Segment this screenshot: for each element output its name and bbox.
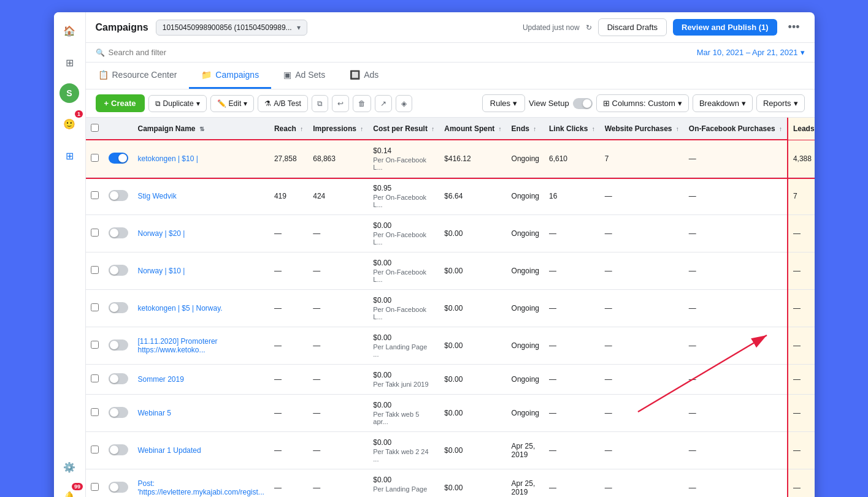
header-amount-spent: Amount Spent ↑ <box>439 118 506 140</box>
view-setup: View Setup <box>529 98 593 109</box>
campaign-toggle[interactable] <box>109 265 128 276</box>
campaign-toggle[interactable] <box>109 373 128 384</box>
edit-icon: ✏️ <box>217 99 226 108</box>
header-website-purchases: Website Purchases ↑ <box>600 118 684 140</box>
edit-label: Edit <box>229 99 242 108</box>
ab-test-button[interactable]: ⚗ A/B Test <box>258 95 307 112</box>
campaign-name-cell: Sommer 2019 <box>133 365 269 395</box>
campaign-toggle[interactable] <box>109 190 128 201</box>
columns-grid-icon: ⊞ <box>603 99 610 108</box>
amount-spent-cell: $416.12 <box>439 140 506 178</box>
sort-icon: ⇅ <box>199 126 204 132</box>
impressions-cell: 424 <box>308 178 368 215</box>
campaign-link[interactable]: ketokongen | $5 | Norway. <box>138 304 223 313</box>
updated-status: Updated just now <box>523 23 580 32</box>
campaign-link[interactable]: Sommer 2019 <box>138 375 184 384</box>
impressions-cell: 68,863 <box>308 140 368 178</box>
campaign-toggle[interactable] <box>109 153 128 164</box>
delete-button[interactable]: 🗑 <box>353 95 371 112</box>
ends-cell: Ongoing <box>507 327 544 365</box>
view-setup-label: View Setup <box>529 99 569 108</box>
campaign-name-cell: Post: 'https://levlettere.mykajabi.com/r… <box>133 469 269 498</box>
select-all-checkbox[interactable] <box>91 124 99 132</box>
link-clicks-cell: — <box>544 215 600 252</box>
campaign-link[interactable]: Webinar 1 Updated <box>138 446 201 455</box>
breakdown-button[interactable]: Breakdown ▾ <box>693 94 753 112</box>
on-facebook-purchases-cell: — <box>684 395 788 432</box>
campaign-toggle[interactable] <box>109 444 128 455</box>
edit-button[interactable]: ✏️ Edit ▾ <box>210 95 255 112</box>
website-purchases-cell: 7 <box>600 140 684 178</box>
amount-sort-icon: ↑ <box>499 126 502 132</box>
date-range-picker[interactable]: Mar 10, 2021 – Apr 21, 2021 ▾ <box>697 48 805 57</box>
tab-ad-sets[interactable]: ▣ Ad Sets <box>271 63 337 89</box>
row-checkbox[interactable] <box>91 191 99 199</box>
sidebar-table-icon[interactable]: ⊞ <box>58 145 80 167</box>
row-checkbox[interactable] <box>91 374 99 382</box>
view-setup-toggle[interactable] <box>573 98 593 109</box>
main-content: Campaigns 10150450998900856 (10150450998… <box>86 12 815 497</box>
campaign-link[interactable]: Stig Wedvik <box>138 192 177 200</box>
duplicate-button[interactable]: ⧉ Duplicate ▾ <box>148 95 207 112</box>
campaign-toggle[interactable] <box>109 227 128 238</box>
sidebar-alerts-icon[interactable]: 🔔 99 <box>58 485 80 497</box>
sidebar-grid-icon[interactable]: ⊞ <box>58 51 80 74</box>
impressions-cell: — <box>308 432 368 469</box>
sidebar-home-icon[interactable]: 🏠 <box>58 20 80 42</box>
search-bar-right: Mar 10, 2021 – Apr 21, 2021 ▾ <box>697 48 805 57</box>
sidebar-notifications-icon[interactable]: 🙂 1 <box>58 113 80 135</box>
campaign-link[interactable]: Norway | $20 | <box>138 229 185 238</box>
create-button[interactable]: + Create <box>96 94 145 112</box>
undo-button[interactable]: ↩ <box>332 95 349 112</box>
tag-button[interactable]: ◈ <box>396 95 412 112</box>
row-checkbox[interactable] <box>91 341 99 349</box>
account-selector[interactable]: 10150450998900856 (101504509989... ▾ <box>156 20 307 36</box>
refresh-icon[interactable]: ↻ <box>586 23 592 32</box>
reports-chevron-icon: ▾ <box>794 99 798 108</box>
rules-button[interactable]: Rules ▾ <box>482 94 525 112</box>
duplicate-chevron-icon: ▾ <box>196 99 200 108</box>
discard-drafts-button[interactable]: Discard Drafts <box>598 18 667 36</box>
copy-button[interactable]: ⧉ <box>312 95 328 112</box>
row-checkbox[interactable] <box>91 229 99 237</box>
link-clicks-cell: — <box>544 365 600 395</box>
cost-cell: $0.00Per On-Facebook L... <box>368 252 439 290</box>
toolbar: + Create ⧉ Duplicate ▾ ✏️ Edit ▾ ⚗ A/B T… <box>86 89 815 118</box>
row-checkbox[interactable] <box>91 446 99 453</box>
campaign-toggle[interactable] <box>109 302 128 313</box>
campaign-link[interactable]: Webinar 5 <box>138 409 171 417</box>
campaign-toggle[interactable] <box>109 482 128 493</box>
tab-resource-center[interactable]: 📋 Resource Center <box>86 63 190 89</box>
row-checkbox[interactable] <box>91 483 99 491</box>
on-facebook-purchases-cell: — <box>684 215 788 252</box>
website-purchases-cell: — <box>600 469 684 498</box>
impressions-cell: — <box>308 395 368 432</box>
campaign-name-cell: Webinar 1 Updated <box>133 432 269 469</box>
campaign-link[interactable]: [11.11.2020] Promoterer https://www.keto… <box>138 337 218 354</box>
campaign-toggle[interactable] <box>109 407 128 418</box>
campaign-link[interactable]: ketokongen | $10 | <box>138 154 198 163</box>
sidebar-settings-icon[interactable]: ⚙️ <box>58 456 80 478</box>
link-clicks-sort-icon: ↑ <box>592 126 595 132</box>
row-checkbox[interactable] <box>91 408 99 416</box>
row-checkbox[interactable] <box>91 303 99 311</box>
tab-ad-sets-label: Ad Sets <box>295 70 325 80</box>
review-publish-button[interactable]: Review and Publish (1) <box>673 19 777 36</box>
header-reach: Reach ↑ <box>269 118 308 140</box>
header-cost-per-result: Cost per Result ↑ <box>368 118 439 140</box>
link-clicks-cell: — <box>544 432 600 469</box>
tab-ads[interactable]: 🔲 Ads <box>337 63 391 89</box>
row-checkbox[interactable] <box>91 154 99 162</box>
more-options-icon[interactable]: ••• <box>783 18 805 36</box>
campaign-link[interactable]: Norway | $10 | <box>138 267 185 275</box>
campaign-link[interactable]: Post: 'https://levlettere.mykajabi.com/r… <box>138 479 264 496</box>
columns-button[interactable]: ⊞ Columns: Custom ▾ <box>596 94 689 112</box>
row-checkbox[interactable] <box>91 266 99 274</box>
cost-cell: $0.00Per Landing Page ... <box>368 327 439 365</box>
reach-cell: 419 <box>269 178 308 215</box>
reports-button[interactable]: Reports ▾ <box>756 94 805 112</box>
tab-campaigns[interactable]: 📁 Campaigns <box>189 63 271 89</box>
send-button[interactable]: ↗ <box>375 95 392 112</box>
campaign-toggle[interactable] <box>109 340 128 351</box>
search-input[interactable] <box>109 48 280 57</box>
